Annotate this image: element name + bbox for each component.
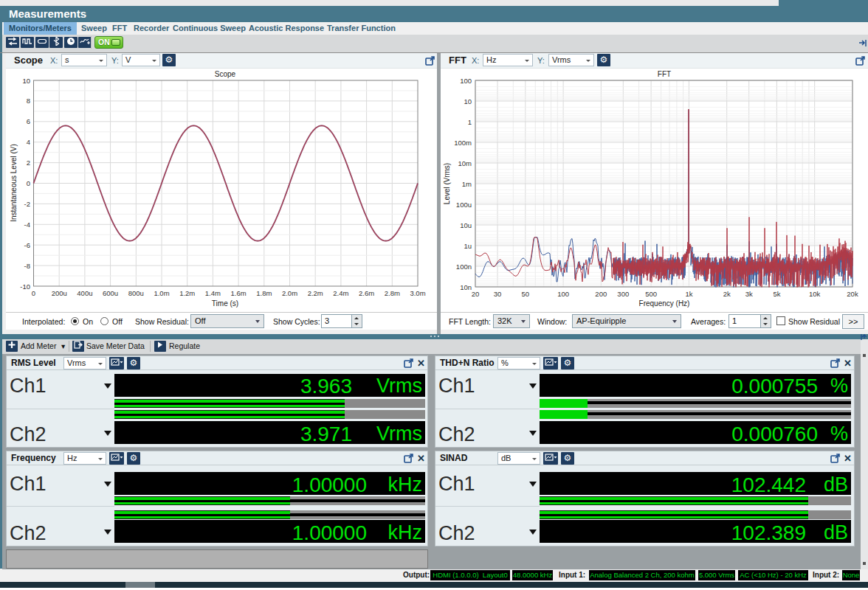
svg-text:4: 4 [27,138,30,146]
svg-text:2k: 2k [723,290,731,298]
svg-text:200: 200 [595,290,607,298]
svg-text:6: 6 [27,117,30,125]
svg-text:10m: 10m [458,159,472,167]
svg-text:Scope: Scope [215,70,236,78]
svg-text:10: 10 [22,77,30,85]
svg-text:200u: 200u [52,289,67,297]
svg-text:0: 0 [27,179,30,187]
svg-text:1: 1 [468,118,472,126]
svg-text:Time (s): Time (s) [212,299,238,308]
svg-text:10: 10 [464,97,472,105]
svg-text:30: 30 [494,290,502,298]
svg-text:Level (Vrms): Level (Vrms) [443,163,451,204]
svg-text:-10: -10 [20,282,30,291]
svg-text:2: 2 [27,159,30,167]
svg-text:-4: -4 [24,221,30,229]
svg-text:100: 100 [557,290,569,298]
svg-text:-8: -8 [24,262,30,270]
svg-text:1.2m: 1.2m [179,289,195,297]
svg-text:100m: 100m [454,139,472,147]
svg-text:100u: 100u [456,201,472,209]
svg-text:1m: 1m [462,180,472,188]
svg-text:2.4m: 2.4m [333,289,348,297]
svg-text:1k: 1k [685,290,692,298]
svg-text:20k: 20k [847,290,858,298]
svg-text:0: 0 [32,289,35,297]
svg-text:10u: 10u [460,221,472,229]
svg-text:3k: 3k [745,290,753,298]
svg-text:Instantaneous Level (V): Instantaneous Level (V) [10,144,18,222]
svg-text:300: 300 [617,290,629,298]
svg-text:400u: 400u [77,289,92,297]
svg-text:10n: 10n [460,283,472,291]
svg-text:2.2m: 2.2m [308,289,323,297]
svg-text:600u: 600u [103,289,118,297]
svg-text:10k: 10k [809,290,821,298]
svg-text:1.6m: 1.6m [231,289,247,297]
svg-text:3.0m: 3.0m [410,289,425,297]
svg-text:1.0m: 1.0m [154,289,169,297]
svg-text:1.8m: 1.8m [256,289,272,297]
svg-text:500: 500 [645,290,657,298]
svg-text:100: 100 [460,77,472,85]
svg-text:-2: -2 [24,200,30,208]
svg-text:100n: 100n [456,263,472,271]
svg-text:2.6m: 2.6m [359,289,374,297]
svg-text:2.0m: 2.0m [282,289,297,297]
svg-text:Frequency (Hz): Frequency (Hz) [639,299,690,308]
svg-text:2.8m: 2.8m [385,289,400,297]
svg-text:FFT: FFT [658,70,671,78]
svg-text:20: 20 [472,290,480,298]
svg-text:1.4m: 1.4m [205,289,221,297]
svg-text:8: 8 [27,97,30,105]
svg-text:800u: 800u [128,289,144,297]
svg-text:-6: -6 [24,241,30,249]
svg-text:50: 50 [522,290,530,298]
svg-text:5k: 5k [773,290,780,298]
svg-text:1u: 1u [464,242,472,250]
